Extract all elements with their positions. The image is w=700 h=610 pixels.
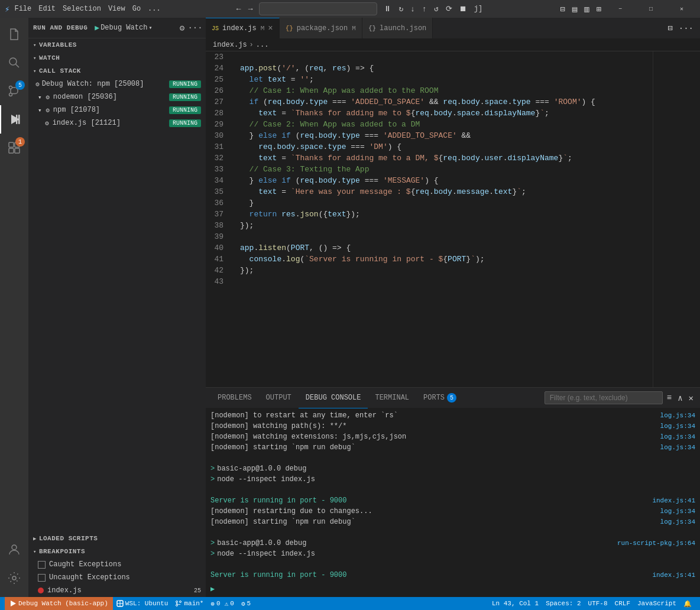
status-git-branch[interactable]: main* — [171, 597, 207, 610]
code-content[interactable]: app.post('/', (req, res) => { let text =… — [235, 51, 653, 387]
variables-section-title[interactable]: ▾ VARIABLES — [28, 38, 206, 51]
uncaught-exceptions-checkbox[interactable] — [38, 574, 46, 582]
panel-list-btn[interactable]: ≡ — [665, 391, 673, 404]
status-debug-sessions[interactable]: ⚙ 5 — [238, 597, 254, 610]
status-errors-warnings[interactable]: ⊗ 0 ⚠ 0 — [207, 597, 237, 610]
loaded-scripts-title[interactable]: ▶ LOADED SCRIPTS — [28, 532, 206, 545]
debug-config-name[interactable]: Debug Watch — [101, 24, 147, 32]
menu-go[interactable]: Go — [132, 5, 141, 13]
console-line-5: > basic-app@1.0.0 debug — [210, 464, 695, 475]
status-wsl[interactable]: WSL: Ubuntu — [113, 597, 172, 610]
win-close[interactable]: ✕ — [668, 0, 695, 18]
console-ref-8[interactable]: log.js:34 — [660, 508, 695, 515]
tab-index-js[interactable]: JS index.js M × — [206, 18, 280, 38]
panel-tab-problems[interactable]: PROBLEMS — [210, 388, 259, 408]
status-encoding[interactable]: UTF-8 — [585, 597, 611, 610]
code-line-25: let text = ''; — [238, 74, 653, 85]
activity-settings[interactable] — [0, 564, 28, 592]
console-filter-input[interactable] — [545, 391, 663, 404]
debug-step-out[interactable]: ↺ — [432, 3, 440, 15]
debug-more-btn[interactable]: ··· — [189, 22, 201, 34]
activity-extensions[interactable]: 1 — [0, 134, 28, 162]
call-stack-item-1[interactable]: ▾ ⚙ nodemon [25036] RUNNING — [28, 90, 206, 103]
call-stack-section-title[interactable]: ▾ CALL STACK — [28, 64, 206, 77]
panel-tab-terminal[interactable]: TERMINAL — [368, 388, 416, 408]
win-minimize[interactable]: − — [607, 0, 634, 18]
debug-nav-back[interactable]: ← — [235, 4, 243, 15]
breakpoint-caught-exceptions[interactable]: Caught Exceptions — [28, 558, 206, 571]
debug-step-into[interactable]: ↑ — [420, 4, 429, 15]
caught-exceptions-checkbox[interactable] — [38, 561, 46, 569]
panel-scroll-up[interactable]: ∧ — [676, 391, 684, 405]
main-layout: 5 1 RUN AND DEBUG ▶ Debug Watch ▾ — [0, 18, 700, 597]
console-ref-3[interactable]: log.js:34 — [660, 433, 695, 440]
ln-41: 41 — [206, 254, 229, 265]
svg-point-2 — [9, 86, 12, 89]
console-ref-12[interactable]: index.js:41 — [652, 572, 695, 579]
position-label: Ln 43, Col 1 — [492, 600, 539, 607]
watch-section-title[interactable]: ▾ WATCH — [28, 51, 206, 64]
debug-config-label: j] — [472, 4, 484, 14]
menu-more[interactable]: ... — [148, 5, 161, 13]
cs-icon-1: ▾ ⚙ — [38, 93, 50, 101]
call-stack-item-3[interactable]: ⚙ index.js [21121] RUNNING — [28, 116, 206, 129]
debug-step-over[interactable]: ↓ — [409, 4, 417, 15]
more-actions-btn[interactable]: ··· — [677, 22, 695, 35]
status-language[interactable]: JavaScript — [634, 597, 680, 610]
status-debug-mode[interactable]: Debug Watch (basic-app) — [5, 597, 113, 610]
console-ref-1[interactable]: log.js:34 — [660, 412, 695, 419]
breakpoints-section-title[interactable]: ▾ BREAKPOINTS — [28, 545, 206, 558]
breadcrumb-file[interactable]: index.js — [213, 41, 247, 49]
activity-search[interactable] — [0, 48, 28, 77]
menu-view[interactable]: View — [108, 5, 125, 13]
tab-package-json[interactable]: {} package.json M — [280, 18, 362, 38]
problems-label: PROBLEMS — [218, 394, 252, 402]
call-stack-item-2[interactable]: ▾ ⚙ npm [21078] RUNNING — [28, 103, 206, 116]
menu-edit[interactable]: Edit — [38, 5, 56, 13]
tab-launch-json[interactable]: {} launch.json — [362, 18, 433, 38]
breadcrumb: index.js › ... — [206, 38, 700, 51]
console-ref-4[interactable]: log.js:34 — [660, 444, 695, 451]
console-ref-9[interactable]: log.js:34 — [660, 518, 695, 525]
console-text-10: basic-app@1.0.0 debug — [217, 539, 612, 547]
panel-tab-ports[interactable]: PORTS 5 — [416, 388, 464, 408]
panel-tab-debug-console[interactable]: DEBUG CONSOLE — [299, 388, 368, 408]
layout-sidebar[interactable]: ▤ — [571, 3, 579, 15]
debug-continue[interactable]: ⟳ — [444, 3, 454, 15]
debug-gear-btn[interactable]: ⚙ — [176, 22, 188, 34]
debug-nav-forward[interactable]: → — [247, 4, 255, 15]
console-ref-7[interactable]: index.js:41 — [652, 497, 695, 504]
layout-grid[interactable]: ⊞ — [595, 3, 603, 15]
panel-tab-output[interactable]: OUTPUT — [259, 388, 299, 408]
split-editor-btn[interactable]: ⊟ — [666, 21, 674, 35]
variables-section: ▾ VARIABLES — [28, 38, 206, 51]
debug-pause[interactable]: ⏸ — [382, 4, 393, 15]
activity-accounts[interactable] — [0, 536, 28, 564]
panel-close[interactable]: ✕ — [687, 391, 695, 405]
menu-file[interactable]: File — [14, 5, 31, 13]
breadcrumb-context[interactable]: ... — [256, 41, 269, 49]
activity-explorer[interactable] — [0, 20, 28, 48]
menu-selection[interactable]: Selection — [63, 5, 101, 13]
spaces-label: Spaces: 2 — [546, 600, 581, 607]
breakpoint-index-js[interactable]: index.js 25 — [28, 584, 206, 597]
console-ref-10[interactable]: run-script-pkg.js:64 — [617, 540, 695, 547]
activity-run-debug[interactable] — [0, 105, 28, 134]
search-bar[interactable] — [259, 2, 377, 15]
layout-panels[interactable]: ▥ — [582, 3, 591, 15]
status-line-ending[interactable]: CRLF — [611, 597, 634, 610]
layout-btn[interactable]: ⊟ — [558, 3, 566, 15]
debug-restart[interactable]: ↻ — [397, 3, 405, 15]
win-maximize[interactable]: □ — [637, 0, 665, 18]
activity-source-control[interactable]: 5 — [0, 77, 28, 105]
status-spaces[interactable]: Spaces: 2 — [542, 597, 584, 610]
call-stack-item-0[interactable]: ⚙ Debug Watch: npm [25008] RUNNING — [28, 77, 206, 90]
breakpoint-uncaught-exceptions[interactable]: Uncaught Exceptions — [28, 571, 206, 584]
status-position[interactable]: Ln 43, Col 1 — [488, 597, 542, 610]
console-ref-2[interactable]: log.js:34 — [660, 423, 695, 430]
debug-stop[interactable]: ⏹ — [458, 4, 469, 15]
run-play-btn[interactable]: ▶ — [95, 23, 99, 33]
debug-run-controls: RUN AND DEBUG ▶ Debug Watch ▾ ⚙ ··· — [28, 18, 206, 38]
tab-close-index-js[interactable]: × — [268, 24, 273, 33]
status-notifications[interactable]: 🔔 — [680, 597, 695, 610]
